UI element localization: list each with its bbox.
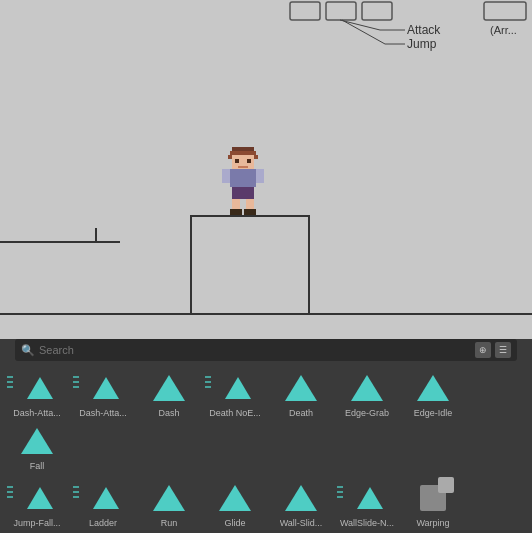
anim-label-ladder: Ladder: [89, 518, 117, 528]
anim-label-dash: Dash: [158, 408, 179, 418]
anim-label-dash-atta-1: Dash-Atta...: [13, 408, 61, 418]
anim-item-death-noe[interactable]: Death NoE...: [202, 367, 268, 420]
anim-label-death: Death: [289, 408, 313, 418]
svg-text:Jump: Jump: [407, 37, 437, 51]
anim-icon-glide: [213, 479, 257, 517]
svg-text:(Arr...: (Arr...: [490, 24, 517, 36]
anim-icon-death-noe: [213, 369, 257, 407]
svg-rect-3: [484, 2, 526, 20]
svg-rect-19: [230, 169, 256, 187]
svg-rect-26: [244, 209, 256, 215]
anim-label-warping: Warping: [416, 518, 449, 528]
anim-item-dash-atta-2[interactable]: Dash-Atta...: [70, 367, 136, 420]
triangle-icon: [219, 485, 251, 511]
anim-icon-jump-fall: [15, 479, 59, 517]
svg-rect-18: [238, 166, 248, 168]
search-bar: 🔍 ⊕ ☰: [15, 339, 517, 361]
triangle-icon: [27, 377, 53, 399]
anim-item-warping[interactable]: Warping: [400, 477, 466, 530]
triangle-icon: [21, 428, 53, 454]
platform-left-vert: [95, 228, 97, 243]
svg-line-4: [340, 20, 380, 30]
anim-item-glide[interactable]: Glide: [202, 477, 268, 530]
box-icon: [420, 485, 446, 511]
triangle-icon: [93, 377, 119, 399]
anim-label-run: Run: [161, 518, 178, 528]
triangle-icon: [153, 375, 185, 401]
anim-icon-edge-grab: [345, 369, 389, 407]
anim-item-edge-grab[interactable]: Edge-Grab: [334, 367, 400, 420]
anim-label-wallslide-n: WallSlide-N...: [340, 518, 394, 528]
triangle-icon: [153, 485, 185, 511]
anim-icon-dash-atta-2: [81, 369, 125, 407]
svg-rect-22: [232, 187, 254, 199]
center-platform: [190, 215, 310, 315]
anim-icon-wallslide-n: [345, 479, 389, 517]
speed-lines: [7, 376, 13, 388]
svg-rect-11: [232, 147, 254, 151]
animation-panel: 🔍 ⊕ ☰ Dash-Atta...Dash-Atta...DashDeath …: [0, 339, 532, 533]
anim-label-death-noe: Death NoE...: [209, 408, 261, 418]
anim-icon-dash: [147, 369, 191, 407]
anim-icon-ladder: [81, 479, 125, 517]
anim-item-jump-fall[interactable]: Jump-Fall...: [4, 477, 70, 530]
anim-label-dash-atta-2: Dash-Atta...: [79, 408, 127, 418]
svg-line-7: [342, 20, 385, 44]
anim-item-edge-idle[interactable]: Edge-Idle: [400, 367, 466, 420]
svg-rect-12: [230, 151, 256, 155]
speed-lines: [337, 486, 343, 498]
anim-label-fall: Fall: [30, 461, 45, 471]
svg-rect-25: [230, 209, 242, 215]
anim-item-wallslide-n[interactable]: WallSlide-N...: [334, 477, 400, 530]
svg-text:Attack: Attack: [407, 23, 441, 37]
anim-item-fall[interactable]: Fall: [4, 420, 70, 473]
anim-label-jump-fall: Jump-Fall...: [13, 518, 60, 528]
anim-label-wall-slid: Wall-Slid...: [280, 518, 323, 528]
svg-rect-1: [326, 2, 356, 20]
anim-item-ladder[interactable]: Ladder: [70, 477, 136, 530]
layout-button[interactable]: ☰: [495, 342, 511, 358]
speed-lines: [73, 376, 79, 388]
anim-item-dash-atta-1[interactable]: Dash-Atta...: [4, 367, 70, 420]
triangle-icon: [417, 375, 449, 401]
speed-lines: [73, 486, 79, 498]
platform-left: [0, 241, 120, 243]
svg-rect-0: [290, 2, 320, 20]
game-viewport: Attack Jump (Arr...: [0, 0, 532, 333]
anim-icon-death: [279, 369, 323, 407]
search-icon: 🔍: [21, 344, 35, 357]
svg-rect-2: [362, 2, 392, 20]
triangle-icon: [225, 377, 251, 399]
anim-label-glide: Glide: [224, 518, 245, 528]
anim-icon-warping: [411, 479, 455, 517]
animation-grid-row2: Jump-Fall...LadderRunGlideWall-Slid...Wa…: [0, 475, 532, 532]
svg-rect-20: [222, 169, 230, 183]
svg-rect-21: [256, 169, 264, 183]
anim-label-edge-idle: Edge-Idle: [414, 408, 453, 418]
triangle-icon: [357, 487, 383, 509]
animation-grid-row1: Dash-Atta...Dash-Atta...DashDeath NoE...…: [0, 365, 532, 475]
triangle-icon: [93, 487, 119, 509]
anim-item-wall-slid[interactable]: Wall-Slid...: [268, 477, 334, 530]
search-input[interactable]: [39, 344, 475, 356]
speed-lines: [205, 376, 211, 388]
triangle-icon: [27, 487, 53, 509]
anim-icon-wall-slid: [279, 479, 323, 517]
svg-rect-16: [235, 159, 239, 163]
anim-item-run[interactable]: Run: [136, 477, 202, 530]
anim-icon-edge-idle: [411, 369, 455, 407]
anim-item-dash[interactable]: Dash: [136, 367, 202, 420]
triangle-icon: [351, 375, 383, 401]
filter-button[interactable]: ⊕: [475, 342, 491, 358]
character-sprite: [218, 145, 268, 215]
anim-icon-run: [147, 479, 191, 517]
speed-lines: [7, 486, 13, 498]
triangle-icon: [285, 485, 317, 511]
anim-label-edge-grab: Edge-Grab: [345, 408, 389, 418]
anim-icon-fall: [15, 422, 59, 460]
svg-rect-17: [247, 159, 251, 163]
anim-item-death[interactable]: Death: [268, 367, 334, 420]
anim-icon-dash-atta-1: [15, 369, 59, 407]
triangle-icon: [285, 375, 317, 401]
